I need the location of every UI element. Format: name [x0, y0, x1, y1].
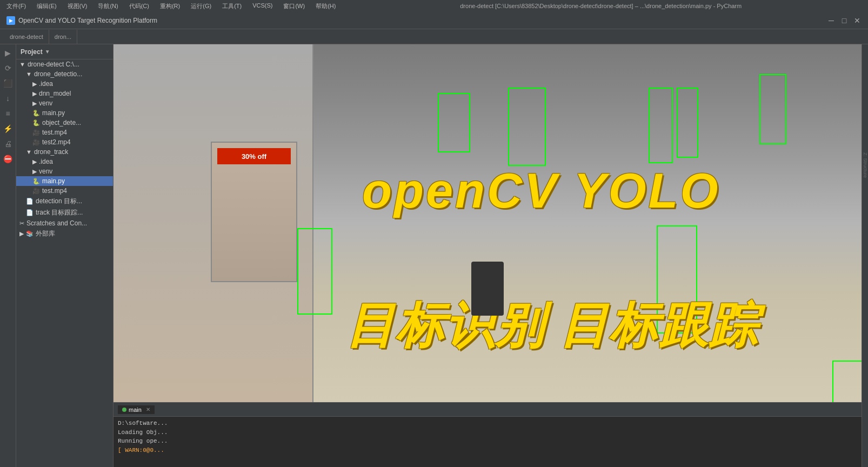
menu-tools[interactable]: 工具(T) [220, 1, 244, 11]
python-file-icon: 🐍 [32, 119, 40, 126]
reload-button[interactable]: ⟳ [2, 62, 15, 75]
tree-item-track[interactable]: 📄 track 目标跟踪... [16, 207, 113, 218]
run-status-indicator [122, 408, 126, 412]
run-panel: main ✕ D:\software... Loading Obj... Run… [113, 402, 862, 467]
block-button[interactable]: ⛔ [2, 152, 15, 165]
lightning-button[interactable]: ⚡ [2, 122, 15, 135]
app-icon: ▶ [6, 16, 15, 25]
building-left: 30% off [113, 44, 313, 402]
tree-label: drone_track [34, 148, 68, 156]
tree-label: track 目标跟踪... [36, 208, 83, 217]
folder-icon: ▶ [32, 90, 37, 97]
tree-label: object_dete... [42, 119, 81, 126]
python-file-icon: 🐍 [32, 110, 40, 117]
icon-bar: ▶ ⟳ ⬛ ↓ ≡ ⚡ 🖨 ⛔ [0, 44, 16, 467]
overlay-chinese-text: 目标识别 目标跟踪 [346, 293, 758, 359]
tree-label: main.py [42, 177, 65, 185]
run-tab-bar: main ✕ [113, 403, 862, 417]
library-icon: ▶ [19, 230, 24, 237]
window-controls[interactable]: ─ □ ✕ [827, 16, 862, 25]
download-button[interactable]: ↓ [2, 92, 15, 105]
run-line-warn: [ WARN:0@0... [118, 446, 857, 455]
tree-label: .idea [39, 158, 53, 165]
menu-view[interactable]: 视图(V) [65, 1, 90, 11]
video-file-icon: 🎥 [32, 188, 40, 195]
minimize-button[interactable]: ─ [827, 16, 836, 25]
tree-label: Scratches and Con... [26, 219, 87, 227]
ide-tab-bar: drone-detect dron... [0, 29, 868, 44]
tree-label: 外部库 [36, 229, 55, 238]
menu-button[interactable]: ≡ [2, 107, 15, 120]
tab-dron[interactable]: dron... [49, 30, 77, 44]
main-content: ▶ ⟳ ⬛ ↓ ≡ ⚡ 🖨 ⛔ Project ▼ ▼ drone-detect… [0, 44, 868, 467]
tree-item-idea2[interactable]: ▶ .idea [16, 157, 113, 166]
overlay-opencv-yolo: openCV YOLO [362, 163, 720, 219]
tree-item-main-py2[interactable]: 🐍 main.py [16, 176, 113, 186]
menu-vcs[interactable]: VCS(S) [250, 1, 275, 11]
tree-label: venv [39, 99, 52, 107]
shop-sign: 30% off [217, 148, 291, 164]
folder-icon: ▶ [32, 158, 37, 165]
tree-item-external-libs[interactable]: ▶ 📚 外部库 [16, 228, 113, 239]
tree-item-object-detection[interactable]: 🐍 object_dete... [16, 118, 113, 128]
tree-label: test2.mp4 [42, 138, 71, 146]
run-tab-label: main [129, 406, 142, 413]
python-file-icon: 🐍 [32, 178, 40, 185]
menu-run[interactable]: 运行(G) [189, 1, 213, 11]
os-menu-bar[interactable]: 文件(F) 编辑(E) 视图(V) 导航(N) 代码(C) 重构(R) 运行(G… [4, 1, 338, 11]
tree-item-idea1[interactable]: ▶ .idea [16, 79, 113, 89]
menu-edit[interactable]: 编辑(E) [35, 1, 59, 11]
maximize-button[interactable]: □ [840, 16, 849, 25]
tree-item-drone-track[interactable]: ▼ drone_track [16, 147, 113, 157]
tree-item-venv2[interactable]: ▶ venv [16, 166, 113, 176]
folder-icon: ▶ [32, 81, 37, 88]
tree-item-detection[interactable]: 📄 detection 目标... [16, 196, 113, 207]
close-button[interactable]: ✕ [853, 16, 862, 25]
sidebar-header: Project ▼ [16, 44, 113, 59]
run-tab-close[interactable]: ✕ [146, 406, 150, 412]
right-panel: 30% off openCV YOLO 目标识别 目标跟踪 [113, 44, 862, 467]
tree-label: .idea [39, 80, 53, 88]
sidebar: Project ▼ ▼ drone-detect C:\... ▼ drone_… [16, 44, 113, 467]
tab-drone-detect[interactable]: drone-detect [4, 30, 49, 44]
app-window: ▶ OpenCV and YOLO Target Recognition Pla… [0, 12, 868, 467]
folder-icon: ▼ [26, 71, 32, 77]
run-line-3: Running ope... [118, 437, 857, 446]
tree-item-drone-detect-root[interactable]: ▼ drone-detect C:\... [16, 59, 113, 69]
tree-item-main-py1[interactable]: 🐍 main.py [16, 108, 113, 118]
video-file-icon: 🎥 [32, 129, 40, 136]
shop-facade: 30% off [211, 142, 297, 282]
menu-help[interactable]: 帮助(H) [313, 1, 338, 11]
run-button[interactable]: ▶ [2, 46, 15, 59]
tree-item-test-mp4-1[interactable]: 🎥 test.mp4 [16, 128, 113, 137]
book-icon: 📚 [26, 230, 34, 237]
run-tab-main[interactable]: main ✕ [118, 405, 155, 414]
tree-item-test2-mp4[interactable]: 🎥 test2.mp4 [16, 137, 113, 147]
project-label: Project [21, 48, 43, 56]
menu-code[interactable]: 代码(C) [127, 1, 151, 11]
file-icon: 📄 [26, 209, 34, 216]
menu-file[interactable]: 文件(F) [4, 1, 28, 11]
menu-window[interactable]: 窗口(W) [281, 1, 307, 11]
run-line-1: D:\software... [118, 419, 857, 428]
folder-icon: ▼ [19, 61, 25, 68]
folder-icon: ▼ [26, 149, 32, 155]
tree-label: test.mp4 [42, 187, 67, 195]
tree-label: drone_detectio... [34, 70, 82, 78]
structure-panel[interactable]: Z: Structure [862, 44, 868, 467]
tree-label: drone-detect C:\... [28, 61, 79, 68]
app-titlebar: ▶ OpenCV and YOLO Target Recognition Pla… [0, 12, 868, 29]
dropdown-icon[interactable]: ▼ [45, 49, 50, 55]
tree-item-venv1[interactable]: ▶ venv [16, 98, 113, 108]
tree-item-dnn-model[interactable]: ▶ dnn_model [16, 89, 113, 98]
folder-icon: ▶ [32, 168, 37, 175]
tree-item-test-mp4-2[interactable]: 🎥 test.mp4 [16, 186, 113, 196]
file-path: drone-detect [C:\Users\83852\Desktop\dro… [338, 3, 864, 9]
stop-button[interactable]: ⬛ [2, 77, 15, 90]
tree-item-scratches[interactable]: ✂ Scratches and Con... [16, 218, 113, 228]
tree-item-drone-detection[interactable]: ▼ drone_detectio... [16, 69, 113, 79]
menu-navigate[interactable]: 导航(N) [96, 1, 120, 11]
menu-refactor[interactable]: 重构(R) [158, 1, 182, 11]
tree-label: test.mp4 [42, 129, 67, 136]
print-button[interactable]: 🖨 [2, 137, 15, 150]
